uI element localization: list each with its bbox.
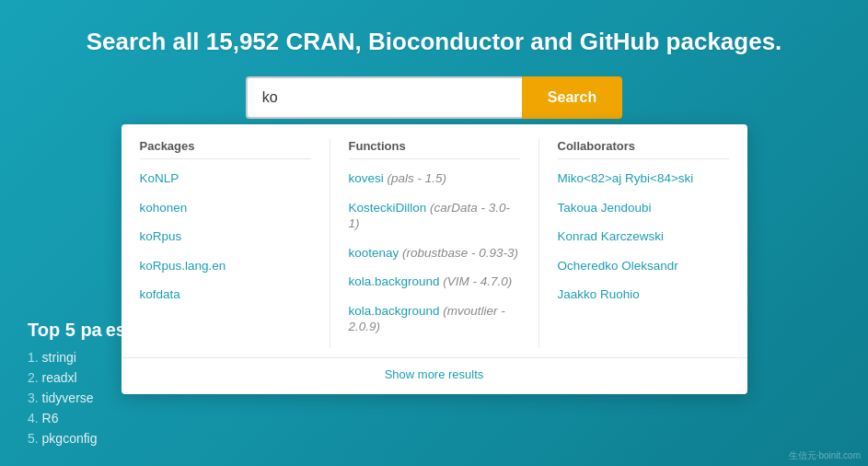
list-item[interactable]: Ocheredko Oleksandr — [558, 258, 729, 274]
search-button[interactable]: Search — [522, 76, 622, 119]
list-item[interactable]: KosteckiDillon (carData - 3.0-1) — [349, 200, 520, 232]
search-dropdown: Packages KoNLP kohonen koRpus koRpus.lan… — [122, 124, 747, 394]
list-item[interactable]: kohonen — [140, 200, 311, 216]
watermark: 生信元·boinit.com — [789, 449, 861, 462]
list-item[interactable]: kovesi (pals - 1.5) — [349, 170, 520, 187]
list-item: 5. pkgconfig — [28, 431, 298, 446]
packages-column: Packages KoNLP kohonen koRpus koRpus.lan… — [122, 139, 330, 348]
list-item[interactable]: Takoua Jendoubi — [558, 200, 729, 216]
show-more-button[interactable]: Show more results — [122, 357, 747, 394]
search-input[interactable] — [246, 76, 522, 119]
page-wrapper: Search all 15,952 CRAN, Bioconductor and… — [0, 0, 868, 466]
list-item: 4. R6 — [28, 411, 298, 425]
bottom-title: Top 5 pa — [28, 320, 102, 341]
collaborators-header: Collaborators — [558, 139, 729, 159]
search-bar: Search — [18, 76, 850, 119]
list-item[interactable]: kola.background (mvoutlier - 2.0.9) — [349, 303, 520, 335]
list-item[interactable]: koRpus — [140, 228, 311, 245]
page-title: Search all 15,952 CRAN, Bioconductor and… — [18, 28, 850, 56]
list-item[interactable]: Jaakko Ruohio — [558, 286, 729, 303]
list-item[interactable]: KoNLP — [140, 170, 311, 187]
list-item[interactable]: kola.background (VIM - 4.7.0) — [349, 274, 520, 290]
dropdown-columns: Packages KoNLP kohonen koRpus koRpus.lan… — [122, 139, 747, 357]
list-item[interactable]: kootenay (robustbase - 0.93-3) — [349, 245, 520, 262]
packages-header: Packages — [140, 139, 311, 159]
functions-header: Functions — [349, 139, 520, 159]
list-item[interactable]: Konrad Karczewski — [558, 228, 729, 245]
list-item[interactable]: Miko<82>aj Rybi<84>ski — [558, 170, 729, 187]
list-item[interactable]: koRpus.lang.en — [140, 258, 311, 274]
functions-column: Functions kovesi (pals - 1.5) KosteckiDi… — [330, 139, 539, 348]
collaborators-column: Collaborators Miko<82>aj Rybi<84>ski Tak… — [539, 139, 747, 348]
list-item[interactable]: kofdata — [140, 286, 311, 303]
